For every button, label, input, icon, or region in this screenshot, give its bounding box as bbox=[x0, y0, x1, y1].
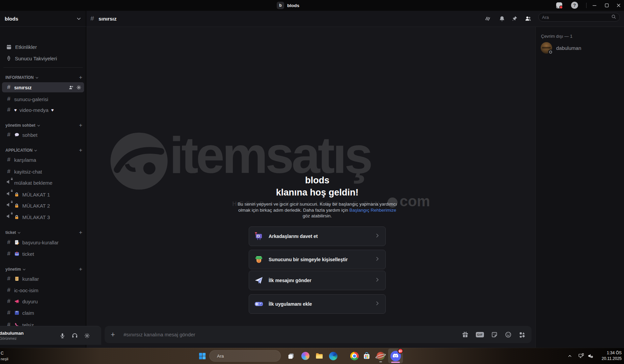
category-ticket[interactable]: ticket + bbox=[5, 229, 82, 236]
starter-guide-link[interactable]: Başlangıç Rehberimize bbox=[349, 208, 396, 213]
add-channel-button[interactable]: + bbox=[79, 147, 82, 154]
member-list-panel bbox=[535, 27, 624, 348]
channel-video-medya[interactable]: # ♥ video-medya ♥ bbox=[2, 105, 84, 115]
taskbar-search[interactable] bbox=[209, 350, 281, 362]
sidebar-item-boosts[interactable]: Sunucu Takviyeleri bbox=[2, 54, 84, 63]
user-panel[interactable]: dabuluman Görünmez bbox=[0, 326, 101, 345]
welcome-description: Bu senin yepyeni ve gıcır gıcır sunucun.… bbox=[237, 201, 397, 219]
tray-expand-button[interactable] bbox=[565, 351, 574, 361]
task-view-button[interactable] bbox=[286, 351, 296, 361]
voice-channel-mulakat-1[interactable]: MÜLAKAT 1 bbox=[2, 190, 84, 199]
add-channel-button[interactable]: + bbox=[79, 229, 82, 236]
speech-balloon-icon bbox=[14, 132, 20, 138]
hash-icon: # bbox=[90, 15, 94, 22]
channel-karsilama[interactable]: # karşılama bbox=[2, 155, 84, 164]
send-first-message-card[interactable]: İlk mesajını gönder bbox=[249, 271, 386, 290]
minimize-button[interactable] bbox=[589, 0, 600, 11]
update-icon[interactable] bbox=[555, 1, 563, 11]
threads-icon[interactable] bbox=[482, 12, 494, 25]
channel-kurallar[interactable]: # kurallar bbox=[2, 274, 84, 283]
add-first-app-card[interactable]: İlk uygulamanı ekle bbox=[249, 294, 386, 314]
channel-sunucu-galerisi[interactable]: # sunucu-galerisi bbox=[2, 94, 84, 104]
emoji-icon[interactable] bbox=[505, 331, 512, 338]
search-bar[interactable] bbox=[538, 13, 620, 22]
category-yonetim-sohbet[interactable]: yönetim sohbet + bbox=[5, 122, 82, 129]
help-icon[interactable]: ? bbox=[571, 2, 578, 9]
attach-plus-icon[interactable]: + bbox=[111, 330, 119, 339]
taskbar-search-input[interactable] bbox=[217, 354, 276, 359]
watermark-tld: com bbox=[400, 193, 430, 210]
start-button[interactable] bbox=[197, 351, 208, 361]
gift-icon[interactable] bbox=[462, 331, 469, 338]
category-information[interactable]: INFORMATİON + bbox=[5, 74, 82, 81]
sidebar-item-label: Etkinlikler bbox=[15, 44, 37, 50]
sidebar-item-events[interactable]: Etkinlikler bbox=[2, 42, 84, 52]
discord-window: b blods ? Etkinlikler Sunucu Takviyeleri bbox=[0, 0, 624, 348]
channel-title: sınırsız bbox=[99, 16, 116, 22]
channel-sinirsiz[interactable]: # sınırsız bbox=[2, 82, 84, 92]
user-settings-gear-icon[interactable] bbox=[84, 333, 90, 339]
chrome-icon bbox=[350, 352, 359, 360]
member-list-icon[interactable] bbox=[522, 12, 534, 25]
copilot-button[interactable] bbox=[300, 351, 311, 361]
hash-icon: # bbox=[6, 168, 11, 175]
taskbar-clock[interactable]: 1:34 ÖS 20.11.2025 bbox=[593, 350, 622, 361]
channel-basvuru-kurallar[interactable]: # başvuru-kurallar bbox=[2, 238, 84, 247]
channel-kayitsiz-chat[interactable]: # kayitsiz-chat bbox=[2, 167, 84, 176]
notification-bell-icon[interactable] bbox=[496, 12, 508, 25]
orange-lock-icon bbox=[14, 215, 20, 220]
chevron-right-icon bbox=[375, 256, 380, 263]
pin-icon[interactable] bbox=[509, 12, 521, 25]
voice-channel-mulakat-2[interactable]: MÜLAKAT 2 bbox=[2, 201, 84, 210]
voice-channel-mulakat-bekleme[interactable]: mülakat bekleme bbox=[2, 178, 84, 187]
memo-icon bbox=[14, 240, 20, 245]
channel-sohbet[interactable]: # sohbet bbox=[2, 130, 84, 140]
titlebar-divider bbox=[586, 3, 587, 8]
weather-widget[interactable]: C neşli bbox=[1, 351, 8, 362]
file-explorer-button[interactable] bbox=[314, 351, 325, 361]
add-channel-button[interactable]: + bbox=[79, 266, 82, 273]
headphones-icon[interactable] bbox=[72, 332, 78, 339]
microsoft-store-button[interactable] bbox=[361, 351, 372, 361]
member-row[interactable]: dabuluman bbox=[538, 40, 621, 55]
apps-icon[interactable] bbox=[519, 331, 525, 338]
server-name: blods bbox=[5, 16, 18, 22]
user-info[interactable]: dabuluman Görünmez bbox=[0, 331, 50, 340]
windows-logo-icon bbox=[198, 352, 206, 360]
channel-settings-gear-icon[interactable] bbox=[76, 85, 81, 90]
customize-server-card[interactable]: Sunucunu bir simgeyle kişiselleştir bbox=[249, 250, 386, 269]
user-status: Görünmez bbox=[0, 336, 50, 340]
channel-claim[interactable]: # claim bbox=[2, 308, 84, 317]
add-channel-button[interactable]: + bbox=[79, 122, 82, 129]
channel-duyuru[interactable]: # duyuru bbox=[2, 297, 84, 306]
sticker-icon[interactable] bbox=[491, 331, 498, 338]
hash-icon: # bbox=[6, 250, 11, 257]
maximize-button[interactable] bbox=[601, 0, 613, 11]
message-composer[interactable]: + GIF bbox=[105, 326, 532, 343]
microphone-icon[interactable] bbox=[59, 333, 65, 339]
channel-sidebar: Etkinlikler Sunucu Takviyeleri INFORMATİ… bbox=[0, 11, 86, 348]
close-button[interactable] bbox=[613, 0, 624, 11]
voice-channel-mulakat-3[interactable]: MÜLAKAT 3 bbox=[2, 212, 84, 222]
channel-ic-ooc-isim[interactable]: # ic-ooc-isim bbox=[2, 285, 84, 295]
itemsatis-logo-icon bbox=[109, 131, 169, 193]
message-input[interactable] bbox=[124, 332, 462, 337]
category-yonetim[interactable]: yönetim + bbox=[5, 266, 82, 273]
edge-button[interactable] bbox=[328, 351, 338, 361]
channel-ticket[interactable]: # ticket bbox=[2, 249, 84, 259]
chevron-right-icon bbox=[375, 301, 380, 307]
sidebar-item-label: Sunucu Takviyeleri bbox=[15, 56, 57, 61]
gif-picker-icon[interactable]: GIF bbox=[476, 332, 484, 337]
channel-name: sınırsız bbox=[14, 85, 32, 90]
search-input[interactable] bbox=[542, 15, 611, 20]
member-name: dabuluman bbox=[556, 45, 581, 51]
planet-app-button[interactable] bbox=[375, 351, 386, 361]
server-header[interactable]: blods bbox=[0, 11, 86, 27]
search-icon bbox=[611, 14, 616, 21]
add-channel-button[interactable]: + bbox=[79, 74, 82, 81]
invite-friends-card[interactable]: Arkadaşlarını davet et bbox=[249, 226, 386, 246]
network-tray-button[interactable] bbox=[576, 351, 586, 361]
invite-people-icon[interactable] bbox=[69, 85, 74, 90]
chrome-button[interactable] bbox=[349, 351, 360, 361]
category-application[interactable]: APPLİCATİON + bbox=[5, 147, 82, 154]
